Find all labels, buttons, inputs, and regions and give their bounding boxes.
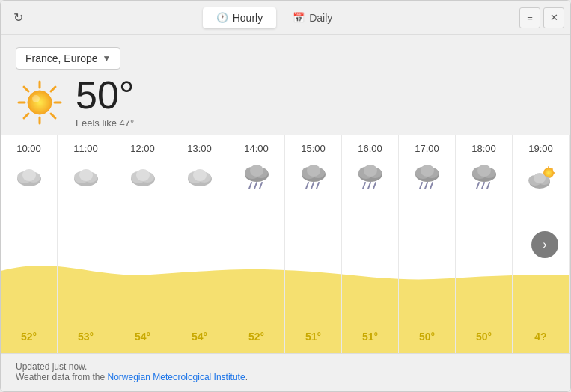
hour-temp: 51° [305,331,321,343]
hour-icon [185,162,215,192]
svg-line-53 [430,183,433,189]
svg-line-58 [477,183,479,189]
main-content: France, Europe ▼ [1,35,570,135]
svg-point-57 [477,165,491,177]
svg-point-36 [307,165,320,177]
hour-time: 15:00 [301,135,326,159]
hour-time: 18:00 [471,135,496,159]
weather-info: 50° Feels like 47° [16,76,555,129]
clock-icon: 🕐 [216,12,228,23]
hour-time: 10:00 [16,135,41,159]
svg-line-51 [420,183,422,189]
hour-column: 13:00 54° [171,135,228,353]
next-hours-button[interactable]: › [531,231,558,258]
hour-temp: 50° [419,331,435,343]
hour-column: 12:00 54° [114,135,171,353]
hourly-container: 10:00 52° 11:00 53° 12:00 54° [1,135,570,353]
hour-icon [355,162,385,192]
feels-like: Feels like 47° [76,117,135,129]
hour-icon [412,162,442,192]
svg-line-59 [482,183,484,189]
svg-line-7 [24,114,28,118]
hour-time: 16:00 [358,135,382,159]
tab-daily[interactable]: 📅 Daily [279,7,346,28]
svg-line-38 [311,183,314,189]
tab-daily-label: Daily [309,12,332,24]
hour-temp: 52° [21,331,37,343]
hour-icon [71,162,101,192]
dropdown-arrow-icon: ▼ [103,53,112,64]
hour-temp: 51° [362,331,378,343]
svg-point-43 [364,165,377,177]
menu-icon: ≡ [527,12,533,23]
hour-icon [242,162,272,192]
data-source-text: Weather data from the Norwegian Meteorol… [16,372,555,382]
svg-point-68 [534,173,546,183]
svg-point-25 [193,169,207,181]
hour-column: 15:00 51° [285,135,342,353]
calendar-icon: 📅 [293,12,305,23]
hour-time: 17:00 [415,135,439,159]
tab-bar: 🕐 Hourly 📅 Daily [29,7,519,28]
window-controls: ≡ ✕ [519,7,564,28]
location-selector[interactable]: France, Europe ▼ [16,47,120,70]
menu-button[interactable]: ≡ [519,7,540,28]
hour-icon [14,162,44,192]
svg-point-13 [22,169,36,181]
hour-column: 11:00 53° [58,135,114,353]
sun-icon [16,79,64,126]
svg-point-8 [28,91,52,114]
data-source-link[interactable]: Norwegian Meteorological Institute [108,372,245,382]
svg-line-37 [306,183,308,189]
hour-temp: 52° [248,331,264,343]
svg-point-50 [421,165,434,177]
hour-time: 14:00 [244,135,269,159]
svg-line-45 [368,183,370,189]
svg-line-44 [363,183,365,189]
temperature-block: 50° Feels like 47° [76,76,135,129]
hour-temp: 53° [78,331,94,343]
hour-icon [128,162,158,192]
hour-temp: 50° [476,331,492,343]
svg-point-9 [32,95,40,102]
svg-line-31 [254,183,257,189]
svg-point-29 [250,165,263,177]
main-window: ↻ 🕐 Hourly 📅 Daily ≡ ✕ France, Europe [0,0,571,392]
tab-hourly[interactable]: 🕐 Hourly [203,7,276,28]
svg-line-30 [249,183,251,189]
tab-hourly-label: Hourly [233,12,263,24]
svg-line-60 [487,183,489,189]
location-row: France, Europe ▼ [16,47,555,70]
titlebar: ↻ 🕐 Hourly 📅 Daily ≡ ✕ [1,1,570,35]
current-temp: 50° [76,76,135,114]
refresh-icon: ↻ [13,10,23,25]
hour-column: 10:00 52° [1,135,58,353]
hour-temp: 54° [135,331,150,343]
svg-point-21 [136,169,150,181]
hourly-forecast: 10:00 52° 11:00 53° 12:00 54° [1,135,570,354]
svg-line-39 [317,183,319,189]
svg-line-4 [24,87,28,91]
footer: Updated just now. Weather data from the … [1,354,570,391]
svg-line-52 [425,183,427,189]
close-button[interactable]: ✕ [543,7,564,28]
svg-line-46 [373,183,376,189]
svg-line-6 [51,87,55,91]
location-name: France, Europe [25,52,98,64]
hour-icon [469,162,499,192]
refresh-button[interactable]: ↻ [7,7,29,29]
hour-time: 12:00 [130,135,155,159]
hour-time: 11:00 [73,135,98,159]
close-icon: ✕ [550,12,558,23]
updated-text: Updated just now. [16,361,555,372]
hour-time: 19:00 [528,135,553,159]
hour-column: 18:00 50° [456,135,513,353]
hour-temp: 54° [192,331,207,343]
chevron-right-icon: › [543,238,546,251]
svg-line-5 [51,114,55,118]
hour-column: 17:00 50° [399,135,456,353]
svg-line-32 [260,183,262,189]
hour-temp: 4? [534,331,546,343]
hour-icon [526,162,556,192]
hour-column: 16:00 51° [342,135,399,353]
